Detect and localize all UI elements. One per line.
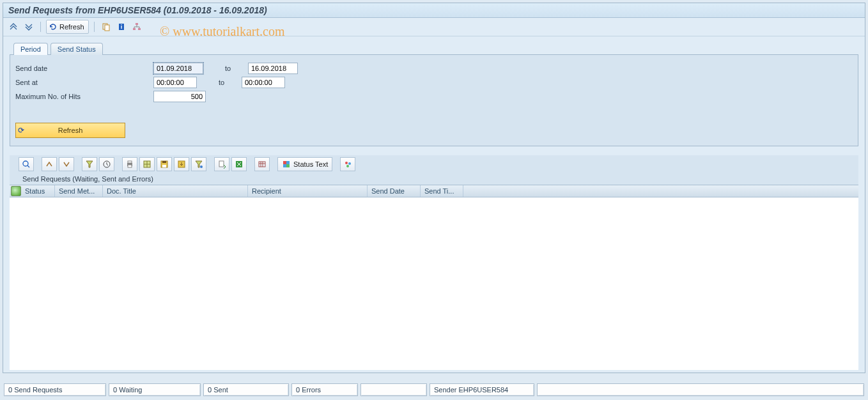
col-send-time[interactable]: Send Ti... [421,185,463,197]
app-toolbar: Refresh i [3,18,865,36]
tab-content-period: Send date to Sent at to Maximum No. of H… [10,54,858,146]
svg-rect-10 [128,161,132,163]
svg-point-30 [348,162,351,165]
row-sent-at: Sent at to [15,75,853,89]
svg-rect-1 [105,25,109,31]
copy-icon[interactable] [100,20,112,33]
send-date-from-input[interactable] [153,63,203,74]
alv-excel-icon[interactable] [139,157,155,171]
svg-point-29 [345,162,348,164]
label-send-date: Send date [15,65,153,72]
alv-sort-desc-icon[interactable] [59,157,74,171]
info-icon[interactable]: i [115,20,128,33]
select-block-icon[interactable] [7,20,20,33]
separator [40,22,41,32]
sent-at-to-input[interactable] [242,77,285,88]
deselect-block-icon[interactable] [22,20,35,33]
max-hits-input[interactable] [153,91,206,102]
refresh-button[interactable]: Refresh [46,20,89,34]
alv-area: Status Text Send Requests (Waiting, Sent… [10,155,858,370]
status-sent: 0 Sent [203,383,289,396]
svg-rect-16 [162,165,166,167]
row-send-date: Send date to [15,61,853,75]
alv-filter-icon[interactable] [82,157,97,171]
svg-rect-20 [219,161,224,167]
col-status[interactable]: Status [21,185,55,197]
status-text-icon [282,160,291,169]
svg-rect-11 [128,165,132,167]
label-to-1: to [225,65,242,72]
grid-body-empty [10,197,858,370]
content-area: Period Send Status Send date to Sent at … [3,36,865,373]
svg-rect-27 [283,161,286,164]
svg-point-31 [346,165,349,167]
status-blank [360,383,427,396]
status-spacer [537,383,864,396]
alv-save-icon[interactable] [157,157,172,171]
alv-filter2-icon[interactable] [191,157,206,171]
refresh-big-button[interactable]: ⟳ Refresh [15,123,125,138]
status-errors: 0 Errors [291,383,358,396]
refresh-button-label: Refresh [59,23,84,31]
tab-period[interactable]: Period [13,43,48,55]
hierarchy-icon[interactable] [130,20,143,33]
label-sent-at: Sent at [15,79,153,86]
label-max-hits: Maximum No. of Hits [15,93,153,100]
col-recipient[interactable]: Recipient [248,185,368,197]
title-bar: Send Requests from EHP6USER584 (01.09.20… [3,3,865,18]
tab-send-status[interactable]: Send Status [50,43,103,55]
row-max-hits: Maximum No. of Hits [15,89,853,104]
label-to-2: to [219,79,235,86]
grid-select-all-icon[interactable] [11,186,21,196]
svg-point-7 [23,161,28,166]
col-send-method[interactable]: Send Met... [55,185,103,197]
alv-subtitle: Send Requests (Waiting, Sent and Errors) [16,173,858,185]
app-window: Send Requests from EHP6USER584 (01.09.20… [3,3,865,373]
status-bar: 0 Send Requests 0 Waiting 0 Sent 0 Error… [4,383,864,396]
svg-rect-28 [286,164,290,167]
status-send-requests: 0 Send Requests [4,383,106,396]
sent-at-from-input[interactable] [153,77,197,88]
separator [94,22,95,32]
col-doc-title[interactable]: Doc. Title [103,185,248,197]
refresh-big-icon: ⟳ [18,126,24,135]
grid-header: Status Send Met... Doc. Title Recipient … [10,185,858,197]
refresh-row: ⟳ Refresh [15,123,853,141]
tab-strip: Period Send Status [10,43,858,55]
alv-status-text-label: Status Text [293,160,328,168]
alv-layout-icon[interactable] [254,157,270,171]
svg-point-19 [200,165,203,168]
tab-period-label: Period [20,45,41,53]
tab-send-status-label: Send Status [58,45,96,53]
svg-text:i: i [120,24,122,30]
alv-status-text-button[interactable]: Status Text [277,157,332,171]
refresh-big-label: Refresh [58,127,83,134]
send-date-to-input[interactable] [248,63,298,74]
alv-details-icon[interactable] [19,157,34,171]
status-waiting: 0 Waiting [109,383,201,396]
alv-clock-icon[interactable] [99,157,114,171]
svg-rect-5 [133,28,136,30]
svg-rect-22 [259,162,265,167]
alv-spreadsheet-icon[interactable] [231,157,247,171]
alv-legend-icon[interactable] [340,157,355,171]
refresh-icon [49,22,58,31]
col-send-date[interactable]: Send Date [368,185,421,197]
svg-rect-4 [136,23,138,25]
alv-print-icon[interactable] [122,157,137,171]
status-sender: Sender EHP6USER584 [430,383,534,396]
svg-rect-17 [162,161,166,163]
page-title: Send Requests from EHP6USER584 (01.09.20… [8,5,267,15]
alv-sort-asc-icon[interactable] [42,157,57,171]
alv-export-icon[interactable] [214,157,229,171]
alv-toolbar: Status Text [16,155,858,173]
svg-rect-6 [138,28,141,30]
alv-load-icon[interactable] [174,157,189,171]
